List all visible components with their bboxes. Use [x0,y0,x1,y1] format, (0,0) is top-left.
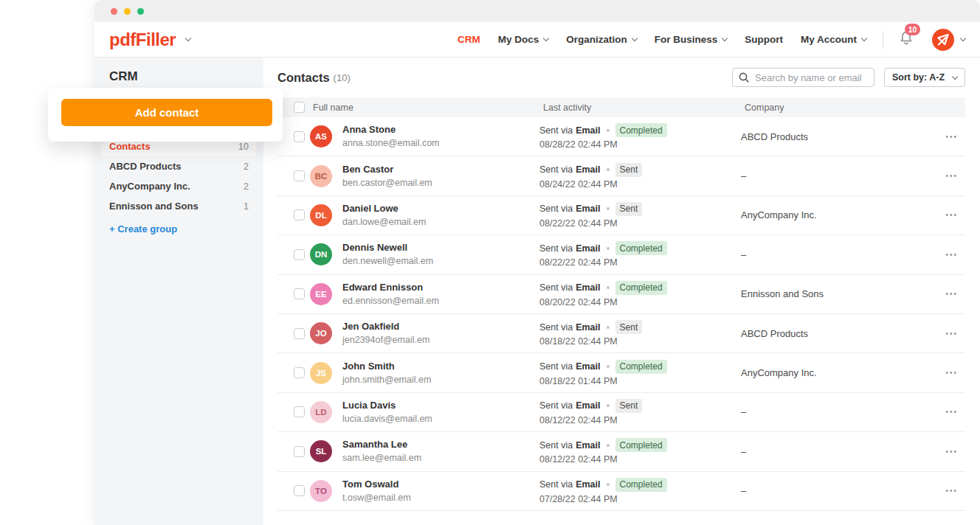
row-menu-button[interactable]: ••• [931,211,958,219]
sidebar-group-ennisson-and-sons[interactable]: Ennisson and Sons1 [102,196,256,216]
row-menu-button[interactable]: ••• [931,369,958,377]
page-title: Contacts [277,71,330,85]
traffic-light-close[interactable] [111,8,117,15]
table-row[interactable]: EE Edward Ennisson ed.ennisson@email.em … [277,275,965,314]
add-contact-card: Add contact [48,88,283,142]
chevron-down-icon [631,35,637,41]
sort-dropdown[interactable]: Sort by: A-Z [884,68,965,87]
status-badge: Sent [615,320,643,334]
activity-date: 08/22/22 02:44 PM [539,257,741,268]
sidebar-group-anycompany-inc-[interactable]: AnyCompany Inc.2 [102,176,256,196]
activity-date: 08/28/22 02:44 PM [539,139,741,150]
notifications-button[interactable]: 10 [900,31,913,48]
last-activity-cell: Sent via Email Sent 08/24/22 02:44 PM [539,163,741,190]
group-count: 2 [244,161,249,172]
row-menu-button[interactable]: ••• [931,172,958,180]
contact-avatar: EE [310,283,332,305]
contact-name: Jen Oakfield [342,321,539,333]
row-checkbox[interactable] [294,485,305,496]
dot-separator [607,326,610,329]
group-count: 1 [244,201,249,212]
row-checkbox[interactable] [294,249,305,260]
add-contact-button[interactable]: Add contact [61,99,272,126]
table-row[interactable]: DN Dennis Newell den.newell@email.em Sen… [277,235,965,274]
row-checkbox[interactable] [294,209,305,220]
sent-via-text: Sent via [539,400,573,411]
last-activity-cell: Sent via Email Completed 08/20/22 02:44 … [539,281,741,307]
search-input[interactable] [732,68,874,87]
row-checkbox[interactable] [294,406,305,417]
channel-text: Email [576,361,600,372]
table-row[interactable]: DL Daniel Lowe dan.lowe@email.em Sent vi… [277,196,965,235]
contact-name: Ben Castor [342,164,539,175]
table-row[interactable]: SL Samantha Lee sam.lee@email.em Sent vi… [277,432,965,471]
company-cell: Ennisson and Sons [741,288,931,299]
traffic-light-minimize[interactable] [124,8,131,15]
sent-via-text: Sent via [539,321,573,333]
sent-via-text: Sent via [539,479,573,490]
account-menu[interactable] [932,29,965,51]
contact-name-block: Ben Castor ben.castor@email.em [342,164,539,189]
logo-menu[interactable]: pdfFiller [109,29,190,50]
traffic-light-zoom[interactable] [137,8,144,15]
row-checkbox[interactable] [294,288,305,299]
contacts-count: (10) [334,72,351,83]
company-cell: AnyCompany Inc. [741,209,931,220]
status-badge: Sent [615,202,643,216]
table-row[interactable]: JS John Smith john.smith@email.em Sent v… [277,353,965,392]
status-badge: Completed [615,438,667,452]
sent-via-text: Sent via [539,282,573,293]
table-row[interactable]: JO Jen Oakfield jen2394of@email.em Sent … [277,314,965,353]
company-cell: – [741,485,931,496]
last-activity-cell: Sent via Email Sent 08/22/22 02:44 PM [539,202,741,229]
sidebar-group-abcd-products[interactable]: ABCD Products2 [102,156,256,176]
dot-separator [607,444,610,447]
contact-name-block: Daniel Lowe dan.lowe@email.em [342,203,539,228]
contacts-panel: Contacts (10) Sort by: A-Z [263,58,980,525]
row-menu-button[interactable]: ••• [931,290,958,298]
app-window: pdfFiller CRMMy DocsOrganizationFor Busi… [94,0,980,525]
row-menu-button[interactable]: ••• [931,487,958,495]
sent-via-text: Sent via [539,203,573,215]
dot-separator [607,483,610,486]
sent-via-text: Sent via [539,439,573,451]
nav-item-organization[interactable]: Organization [566,34,637,45]
contact-name-block: Dennis Newell den.newell@email.em [342,242,539,267]
contact-name: Tom Oswald [342,479,539,490]
create-group-link[interactable]: + Create group [109,223,263,234]
status-badge: Completed [615,281,667,295]
group-label: Ennisson and Sons [109,201,199,212]
table-row[interactable]: BC Ben Castor ben.castor@email.em Sent v… [277,156,965,195]
channel-text: Email [576,400,600,411]
nav-item-for-business[interactable]: For Business [655,34,728,45]
row-checkbox[interactable] [294,446,305,457]
row-menu-button[interactable]: ••• [931,330,958,338]
row-menu-button[interactable]: ••• [931,251,958,259]
channel-text: Email [576,439,600,451]
nav-item-support[interactable]: Support [745,34,783,45]
sort-label: Sort by: A-Z [892,72,945,83]
row-checkbox[interactable] [294,328,305,339]
last-activity-cell: Sent via Email Completed 07/28/22 02:44 … [539,478,741,504]
nav-item-my-account[interactable]: My Account [801,34,866,45]
table-row[interactable]: AS Anna Stone anna.stone@email.com Sent … [277,117,965,156]
activity-date: 07/28/22 02:44 PM [539,494,741,504]
contact-email: ben.castor@email.em [342,177,539,189]
nav-item-my-docs[interactable]: My Docs [498,34,549,45]
sent-via-text: Sent via [539,164,573,175]
select-all-checkbox[interactable] [294,102,305,113]
window-titlebar [94,0,980,22]
contact-name: John Smith [342,361,539,372]
row-menu-button[interactable]: ••• [931,408,958,416]
table-row[interactable]: LD Lucia Davis lucia.davis@email.em Sent… [277,393,965,432]
row-checkbox[interactable] [294,131,305,142]
row-menu-button[interactable]: ••• [931,448,958,456]
row-checkbox[interactable] [294,170,305,181]
nav-item-crm[interactable]: CRM [458,34,480,45]
row-checkbox[interactable] [294,367,305,378]
pdffiller-logo: pdfFiller [109,29,176,50]
activity-date: 08/12/22 02:44 PM [539,454,741,465]
table-row[interactable]: TO Tom Oswald t.osw@email.em Sent via Em… [277,472,965,511]
row-menu-button[interactable]: ••• [931,133,958,141]
contact-avatar: SL [310,440,332,462]
